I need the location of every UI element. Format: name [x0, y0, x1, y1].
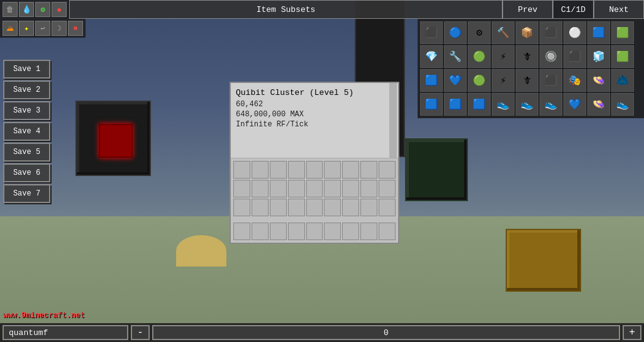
grid-slot[interactable]: 🎭: [564, 69, 586, 92]
inv-slot[interactable]: [324, 161, 341, 179]
inv-slot[interactable]: [379, 180, 396, 197]
grid-slot[interactable]: ⬛: [564, 45, 586, 68]
inv-slot[interactable]: [379, 199, 396, 216]
gear-icon[interactable]: ⚙: [35, 2, 50, 17]
inv-slot[interactable]: [342, 199, 359, 216]
hotbar-slot[interactable]: [270, 223, 287, 240]
machine-block-left: [75, 101, 151, 176]
minus-button[interactable]: -: [131, 325, 150, 340]
grid-slot[interactable]: ⬛: [540, 69, 562, 92]
prev-button[interactable]: Prev: [502, 0, 553, 19]
grid-slot[interactable]: ⬛: [540, 21, 562, 44]
inv-slot[interactable]: [252, 180, 269, 197]
hotbar-slot[interactable]: [324, 223, 341, 240]
curve-icon[interactable]: ↩: [35, 21, 50, 36]
grid-slot[interactable]: ⚙: [468, 21, 491, 44]
inv-slot[interactable]: [379, 161, 396, 179]
save-5-button[interactable]: Save 5: [3, 143, 50, 162]
next-button[interactable]: Next: [594, 0, 644, 19]
hotbar-slot[interactable]: [252, 223, 269, 240]
grid-slot[interactable]: 💎: [420, 45, 443, 68]
hotbar-slot[interactable]: [306, 223, 323, 240]
grid-slot[interactable]: 💙: [564, 93, 586, 116]
inv-slot[interactable]: [360, 180, 377, 197]
grid-slot[interactable]: ⬛: [420, 21, 443, 44]
grid-slot[interactable]: ⚡: [492, 45, 514, 68]
grid-slot[interactable]: 🗡: [516, 69, 538, 92]
grid-slot[interactable]: 🔘: [540, 45, 562, 68]
grid-slot[interactable]: 👟: [492, 93, 514, 116]
inv-slot[interactable]: [288, 199, 305, 216]
redstone-icon[interactable]: ◆: [52, 2, 67, 17]
inv-slot[interactable]: [233, 199, 250, 216]
save-3-button[interactable]: Save 3: [3, 101, 50, 120]
save-6-button[interactable]: Save 6: [3, 163, 50, 182]
grid-slot[interactable]: 🔵: [444, 21, 467, 44]
grid-slot[interactable]: 📦: [516, 21, 538, 44]
inv-slot[interactable]: [306, 180, 323, 197]
inv-slot[interactable]: [360, 199, 377, 216]
grid-slot[interactable]: 🟦: [444, 93, 467, 116]
grid-slot[interactable]: 👒: [587, 93, 610, 116]
grid-slot[interactable]: 🧥: [611, 69, 634, 92]
grid-slot[interactable]: 👟: [611, 93, 634, 116]
inv-slot[interactable]: [342, 180, 359, 197]
inv-slot[interactable]: [324, 180, 341, 197]
trash-icon[interactable]: 🗑: [3, 2, 18, 17]
inv-slot[interactable]: [270, 199, 287, 216]
inv-row-1: [233, 161, 396, 179]
grid-slot[interactable]: ⚡: [492, 69, 514, 92]
star-icon[interactable]: ✦: [19, 21, 34, 36]
grid-slot[interactable]: 🟦: [468, 93, 491, 116]
grid-slot[interactable]: 🗡: [516, 45, 538, 68]
hotbar-slot[interactable]: [379, 223, 396, 240]
grid-slot[interactable]: 🟢: [468, 69, 491, 92]
save-2-button[interactable]: Save 2: [3, 80, 50, 99]
mountain-icon[interactable]: ⛰: [3, 21, 18, 36]
count-display: 0: [152, 325, 620, 340]
inv-slot[interactable]: [288, 161, 305, 179]
save-1-button[interactable]: Save 1: [3, 60, 50, 79]
inv-slot[interactable]: [288, 180, 305, 197]
inv-slot[interactable]: [342, 161, 359, 179]
hotbar-slot[interactable]: [233, 223, 250, 240]
water-icon[interactable]: 💧: [19, 2, 34, 17]
grid-slot[interactable]: 👟: [516, 93, 538, 116]
grid-slot[interactable]: 👒: [587, 69, 610, 92]
save-7-button[interactable]: Save 7: [3, 184, 50, 203]
scrollbar[interactable]: [389, 83, 397, 158]
inv-slot[interactable]: [252, 161, 269, 179]
grid-slot[interactable]: 👟: [540, 93, 562, 116]
inv-slot[interactable]: [270, 161, 287, 179]
grid-slot[interactable]: 🟦: [587, 21, 610, 44]
hotbar-slot[interactable]: [288, 223, 305, 240]
plus-button[interactable]: +: [623, 325, 641, 340]
delete-icon[interactable]: ✖: [68, 21, 83, 36]
grid-slot[interactable]: ⚪: [564, 21, 586, 44]
inv-slot[interactable]: [306, 199, 323, 216]
inv-slot[interactable]: [306, 161, 323, 179]
inv-slot[interactable]: [270, 180, 287, 197]
grid-slot[interactable]: 🟩: [611, 45, 634, 68]
grid-slot[interactable]: 🟩: [611, 21, 634, 44]
save-panel: Save 1 Save 2 Save 3 Save 4 Save 5 Save …: [3, 60, 50, 203]
inv-slot[interactable]: [233, 161, 250, 179]
grid-slot[interactable]: 🟦: [420, 69, 443, 92]
grid-slot[interactable]: 🧊: [587, 45, 610, 68]
inv-slot[interactable]: [360, 161, 377, 179]
inv-slot[interactable]: [252, 199, 269, 216]
grid-slot[interactable]: 🟢: [468, 45, 491, 68]
search-input[interactable]: [3, 325, 128, 340]
hotbar-slot[interactable]: [342, 223, 359, 240]
moon-icon[interactable]: ☽: [52, 21, 67, 36]
hotbar-slot[interactable]: [360, 223, 377, 240]
save-4-button[interactable]: Save 4: [3, 122, 50, 141]
inv-slot[interactable]: [233, 180, 250, 197]
grid-slot[interactable]: 🔨: [492, 21, 514, 44]
grid-slot[interactable]: 💙: [444, 69, 467, 92]
item-subsets-button[interactable]: Item Subsets: [69, 0, 502, 19]
grid-slot[interactable]: 🟦: [420, 93, 443, 116]
grid-slot[interactable]: 🔧: [444, 45, 467, 68]
page-indicator: C1/1D: [553, 0, 594, 19]
inv-slot[interactable]: [324, 199, 341, 216]
